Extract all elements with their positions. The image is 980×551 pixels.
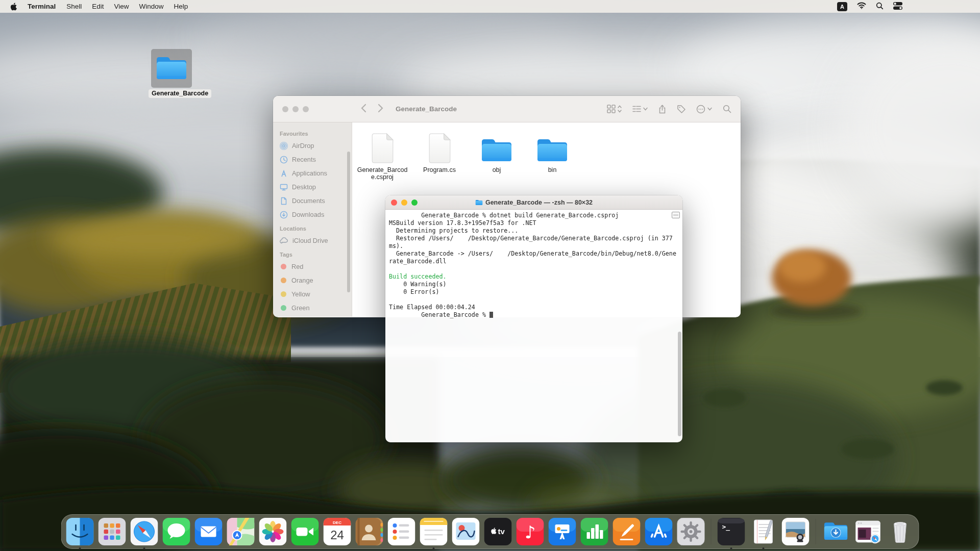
dock-trash[interactable] — [887, 518, 914, 545]
dock-notes[interactable] — [420, 518, 448, 545]
folder-bin[interactable]: bin — [526, 131, 579, 173]
menu-shell[interactable]: Shell — [61, 3, 87, 10]
terminal-line: rate_Barcode.dll — [389, 258, 682, 265]
dock-textedit[interactable] — [750, 518, 777, 545]
file-program-cs[interactable]: Program.cs — [413, 131, 466, 173]
zoom-button[interactable] — [303, 106, 309, 112]
sidebar-label: Documents — [292, 197, 325, 205]
share-icon[interactable] — [658, 105, 666, 114]
svg-text:>_: >_ — [722, 523, 730, 531]
tag-icon[interactable] — [677, 105, 685, 113]
dock-music[interactable]: ♪ — [517, 518, 544, 545]
sidebar-item-icloud-drive[interactable]: iCloud Drive — [273, 234, 352, 247]
minimize-button[interactable] — [401, 199, 407, 206]
terminal-line: 0 Warning(s) — [389, 281, 682, 288]
back-button[interactable] — [361, 104, 366, 115]
dock-safari[interactable] — [131, 518, 158, 545]
menu-help[interactable]: Help — [169, 3, 193, 10]
tag-orange-dot — [281, 278, 286, 283]
terminal-line: Determining projects to restore... — [389, 227, 682, 235]
sidebar-scrollbar[interactable] — [347, 152, 350, 292]
dock-maps[interactable] — [227, 518, 255, 545]
dock-keynote[interactable] — [549, 518, 576, 545]
menu-view[interactable]: View — [109, 3, 134, 10]
svg-text:tv: tv — [498, 527, 505, 536]
sidebar-label: Recents — [292, 156, 316, 163]
search-icon[interactable] — [723, 105, 731, 113]
dock-system-settings[interactable] — [677, 518, 705, 545]
dock-pages[interactable] — [613, 518, 641, 545]
more-options-button[interactable] — [696, 105, 712, 114]
dock-downloads-folder[interactable] — [822, 518, 850, 545]
folder-icon — [475, 199, 483, 206]
menu-window[interactable]: Window — [134, 3, 169, 10]
dock-mail[interactable] — [195, 518, 223, 545]
terminal-titlebar[interactable]: Generate_Barcode — -zsh — 80×32 — [385, 195, 682, 210]
close-button[interactable] — [391, 199, 397, 206]
file-name: bin — [526, 166, 579, 173]
terminal-line — [389, 265, 682, 273]
dock-tv[interactable]: tv — [484, 518, 512, 545]
close-button[interactable] — [282, 106, 288, 112]
svg-text:24: 24 — [330, 528, 344, 542]
svg-text:♪: ♪ — [525, 522, 536, 542]
sidebar-label: AirDrop — [292, 142, 314, 149]
sidebar-label: Red — [291, 263, 303, 270]
file-name: obj — [470, 166, 523, 173]
sidebar-item-tag-yellow[interactable]: Yellow — [273, 287, 352, 301]
dock-terminal[interactable]: >_ — [718, 518, 745, 545]
terminal-line: MSBuild version 17.8.3+195e7f5a3 for .NE… — [389, 219, 682, 227]
menu-bar: Terminal Shell Edit View Window Help A — [0, 0, 980, 13]
dock-app-store[interactable] — [645, 518, 673, 545]
sidebar-label: Yellow — [291, 290, 310, 298]
menu-terminal[interactable]: Terminal — [22, 3, 61, 10]
sidebar-label: Green — [291, 304, 310, 312]
wifi-icon[interactable] — [857, 2, 866, 11]
control-center-icon[interactable] — [893, 2, 902, 11]
sidebar-item-recents[interactable]: Recents — [273, 153, 352, 166]
dock-finder[interactable] — [66, 518, 94, 545]
dock-messages[interactable] — [163, 518, 190, 545]
minimize-button[interactable] — [292, 106, 299, 112]
sidebar-item-desktop[interactable]: Desktop — [273, 180, 352, 194]
dock-reminders[interactable] — [388, 518, 415, 545]
dock: DEC 24 — [61, 514, 919, 549]
split-pane-button[interactable] — [672, 212, 680, 218]
sidebar-item-applications[interactable]: Applications — [273, 166, 352, 180]
dock-launchpad[interactable] — [99, 518, 126, 545]
group-view-button[interactable] — [632, 105, 648, 113]
dock-contacts[interactable] — [356, 518, 383, 545]
terminal-content[interactable]: Generate_Barcode % dotnet build Generate… — [385, 210, 682, 442]
menu-edit[interactable]: Edit — [87, 3, 109, 10]
sidebar-item-documents[interactable]: Documents — [273, 194, 352, 208]
sidebar-item-tag-red[interactable]: Red — [273, 260, 352, 273]
spotlight-search-icon[interactable] — [876, 2, 884, 11]
terminal-cursor — [489, 312, 493, 318]
zoom-button[interactable] — [411, 199, 418, 206]
terminal-scrollbar[interactable] — [678, 332, 681, 436]
forward-button[interactable] — [378, 104, 383, 115]
icon-view-button[interactable] — [607, 105, 622, 113]
dock-calendar[interactable]: DEC 24 — [324, 518, 351, 545]
sidebar-item-airdrop[interactable]: AirDrop — [273, 139, 352, 153]
desktop-icon-generate-barcode[interactable]: Generate_Barcode — [149, 49, 194, 98]
file-name: Generate_Barcode.csproj — [356, 166, 409, 181]
apple-menu[interactable] — [10, 3, 17, 11]
finder-toolbar: Generate_Barcode — [273, 96, 741, 122]
dock-freeform[interactable] — [452, 518, 480, 545]
sidebar-item-tag-orange[interactable]: Orange — [273, 273, 352, 287]
input-source-icon[interactable]: A — [837, 2, 847, 11]
sidebar-label: Orange — [291, 277, 313, 284]
dock-facetime[interactable] — [291, 518, 319, 545]
dock-numbers[interactable] — [581, 518, 608, 545]
sidebar-item-downloads[interactable]: Downloads — [273, 208, 352, 221]
dock-minimized-window[interactable] — [854, 518, 882, 545]
finder-window-title: Generate_Barcode — [396, 105, 457, 113]
file-generate-barcode-csproj[interactable]: Generate_Barcode.csproj — [356, 131, 409, 181]
sidebar-item-tag-green[interactable]: Green — [273, 301, 352, 315]
folder-obj[interactable]: obj — [470, 131, 523, 173]
dock-preview[interactable] — [782, 518, 810, 545]
sidebar-label: Desktop — [292, 183, 316, 191]
terminal-title: Generate_Barcode — -zsh — 80×32 — [385, 199, 682, 206]
dock-photos[interactable] — [259, 518, 287, 545]
